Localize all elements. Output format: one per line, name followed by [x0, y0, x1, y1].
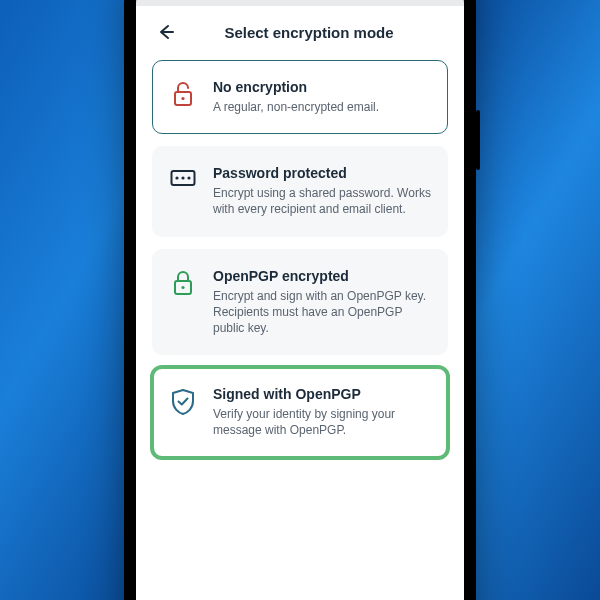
option-desc: A regular, non-encrypted email. — [213, 99, 431, 115]
option-title: Password protected — [213, 165, 431, 181]
page-title: Select encryption mode — [196, 24, 422, 41]
back-button[interactable] — [154, 20, 178, 44]
unlock-icon — [169, 79, 197, 115]
option-text: Signed with OpenPGP Verify your identity… — [213, 386, 431, 438]
svg-point-10 — [181, 97, 184, 100]
svg-point-13 — [181, 177, 184, 180]
option-text: OpenPGP encrypted Encrypt and sign with … — [213, 268, 431, 337]
shield-check-icon — [169, 386, 197, 438]
option-desc: Encrypt using a shared password. Works w… — [213, 185, 431, 217]
option-openpgp-encrypted[interactable]: OpenPGP encrypted Encrypt and sign with … — [152, 249, 448, 356]
svg-point-12 — [175, 177, 178, 180]
svg-point-16 — [181, 285, 184, 288]
option-no-encryption[interactable]: No encryption A regular, non-encrypted e… — [152, 60, 448, 134]
option-text: No encryption A regular, non-encrypted e… — [213, 79, 431, 115]
option-desc: Encrypt and sign with an OpenPGP key. Re… — [213, 288, 431, 337]
phone-frame: 12:37 Select encryption mode No encrypti… — [124, 0, 476, 600]
option-signed-openpgp[interactable]: Signed with OpenPGP Verify your identity… — [152, 367, 448, 457]
option-text: Password protected Encrypt using a share… — [213, 165, 431, 217]
password-icon — [169, 165, 197, 217]
phone-screen: 12:37 Select encryption mode No encrypti… — [136, 0, 464, 600]
app-header: Select encryption mode — [136, 6, 464, 60]
option-title: OpenPGP encrypted — [213, 268, 431, 284]
option-title: Signed with OpenPGP — [213, 386, 431, 402]
option-desc: Verify your identity by signing your mes… — [213, 406, 431, 438]
option-password-protected[interactable]: Password protected Encrypt using a share… — [152, 146, 448, 236]
encryption-options-list: No encryption A regular, non-encrypted e… — [136, 60, 464, 458]
svg-point-14 — [187, 177, 190, 180]
lock-icon — [169, 268, 197, 337]
arrow-left-icon — [156, 22, 176, 42]
option-title: No encryption — [213, 79, 431, 95]
